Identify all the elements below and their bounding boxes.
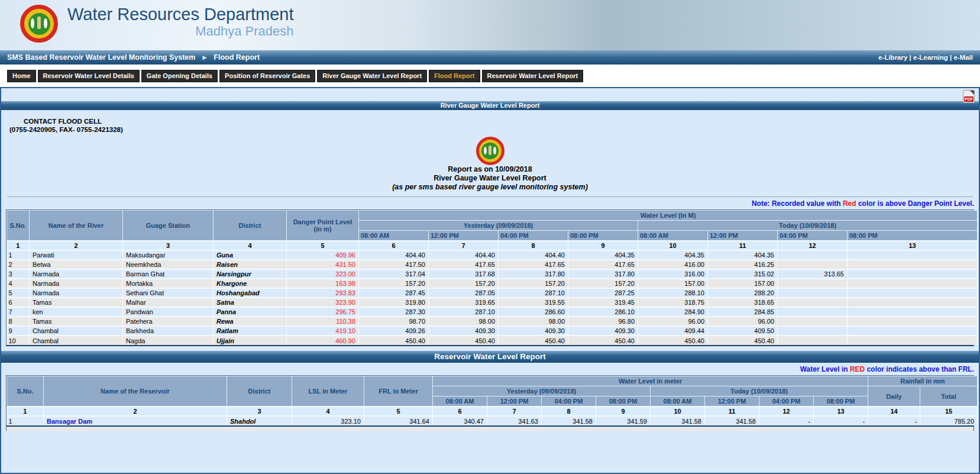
col-header: Danger Point Level (in m) [287, 211, 359, 241]
col-header-group: Today (10/09/2018) [638, 221, 978, 231]
link-e-library[interactable]: e-Library [878, 54, 907, 61]
col-header: S.No. [7, 376, 44, 407]
cell: 317.80 [499, 269, 568, 279]
cell: 10 [7, 336, 30, 345]
cell: Hoshangabad [214, 288, 287, 298]
menu-item-reservoir-water-level-details[interactable]: Reservoir Water Level Details [38, 70, 140, 82]
column-number: 8 [542, 407, 596, 416]
cell: Sethani Ghat [123, 288, 214, 298]
cell [778, 288, 848, 298]
frl-note: Water Level in RED color indicates above… [1, 363, 979, 375]
cell: 1 [7, 250, 30, 260]
time-header: 08:00 PM [596, 396, 651, 407]
col-header: District [227, 376, 292, 407]
cell: 404.35 [638, 250, 708, 260]
col-header-group: Yesterday (09/09/2018) [359, 221, 638, 231]
cell: 450.40 [429, 336, 499, 345]
col-header: Total [920, 386, 978, 407]
cell [848, 298, 978, 307]
cell [848, 326, 978, 336]
menu-item-river-gauge-water-level-report[interactable]: River Gauge Water Level Report [317, 70, 427, 82]
cell: 287.25 [568, 288, 638, 298]
cell [778, 260, 848, 269]
menu-item-reservoir-water-level-report[interactable]: Reservoir Water Level Report [482, 70, 584, 82]
cell: 409.30 [429, 326, 499, 336]
cell: 157.20 [429, 279, 499, 288]
pdf-fold-corner [970, 91, 974, 95]
cell: 287.05 [429, 288, 499, 298]
cell: Betwa [30, 260, 123, 269]
column-number: 12 [778, 241, 848, 250]
table-row: 8TamasPateheraRewa110.3898.7098.0098.009… [7, 317, 978, 326]
cell: 409.26 [359, 326, 429, 336]
cell [778, 298, 848, 307]
col-header-group: Rainfall in mm [868, 376, 978, 386]
cell: 157.00 [708, 279, 778, 288]
cell: 460.90 [287, 336, 359, 345]
cell [778, 307, 848, 317]
cell: 341.58 [542, 416, 596, 425]
cell: Maksudangar [123, 250, 214, 260]
cell: 417.65 [568, 260, 638, 269]
department-title: Water Resources Department [67, 5, 294, 24]
col-header-group: Water Level in meter [433, 376, 868, 386]
cell: 317.04 [359, 269, 429, 279]
cell: 785.20 [920, 416, 978, 425]
cell: 4 [7, 279, 30, 288]
column-number: 13 [848, 241, 978, 250]
column-number: 7 [487, 407, 542, 416]
col-header: Guage Station [123, 211, 214, 241]
time-header: 08:00 AM [433, 396, 487, 407]
time-header: 12:00 PM [708, 231, 778, 241]
note-red-word: Red [843, 199, 856, 208]
report-title: River Gauge Water Level Report [1, 174, 979, 183]
column-number: 8 [499, 241, 568, 250]
cell [848, 336, 978, 345]
state-subtitle: Madhya Pradesh [67, 24, 294, 39]
cell: 319.65 [429, 298, 499, 307]
cell: 157.20 [568, 279, 638, 288]
menu-item-home[interactable]: Home [7, 70, 36, 82]
contact-phone: (0755-2420905, FAX- 0755-2421328) [9, 125, 979, 134]
cell: Narmada [30, 288, 123, 298]
cell: 96.00 [638, 317, 708, 326]
cell: Chambal [30, 326, 123, 336]
cell: 287.30 [359, 307, 429, 317]
cell: 318.65 [708, 298, 778, 307]
column-number: 9 [568, 241, 638, 250]
cell: Barkheda [123, 326, 214, 336]
column-number: 1 [7, 241, 30, 250]
menu-item-position-of-reservoir-gates[interactable]: Position of Reservoir Gates [219, 70, 315, 82]
col-header: Name of the River [30, 211, 123, 241]
cell: - [814, 416, 868, 425]
menu-item-flood-report[interactable]: Flood Report [429, 70, 480, 82]
river-section-titlebar: River Gauge Water Level Report [1, 101, 979, 110]
cell: Panna [214, 307, 287, 317]
time-header: 08:00 PM [814, 396, 868, 407]
cell [778, 336, 848, 345]
danger-note: Note: Recorded value with Red color is a… [1, 197, 979, 209]
time-header: 08:00 PM [848, 231, 978, 241]
link-e-mail[interactable]: e-Mail [953, 54, 973, 61]
cell: 6 [7, 298, 30, 307]
link-e-learning[interactable]: e-Learning [913, 54, 948, 61]
cell: 2 [7, 260, 30, 269]
cell: 316.00 [638, 269, 708, 279]
col-header: District [214, 211, 287, 241]
pdf-export-icon[interactable]: PDF [963, 90, 975, 103]
river-gauge-table: S.No. Name of the River Guage Station Di… [6, 209, 974, 346]
menu-item-gate-opening-details[interactable]: Gate Opening Details [141, 70, 218, 82]
column-number: 3 [123, 241, 214, 250]
cell: Satna [214, 298, 287, 307]
cell: 450.40 [499, 336, 568, 345]
column-number: 2 [44, 407, 227, 416]
cell [778, 279, 848, 288]
reservoir-name-link[interactable]: Bansagar Dam [44, 416, 227, 425]
col-header: Daily [868, 386, 920, 407]
cell: Chambal [30, 336, 123, 345]
cell: 288.10 [638, 288, 708, 298]
cell: 417.65 [499, 260, 568, 269]
reservoir-section-titlebar: Reservoir Water Level Report [1, 351, 979, 363]
time-header: 04:00 PM [759, 396, 814, 407]
table-row: 7kenPandwanPanna296.75287.30287.10286.60… [7, 307, 978, 317]
